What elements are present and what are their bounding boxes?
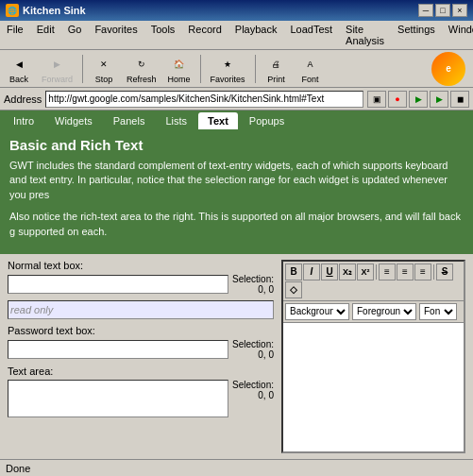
form-section: Normal text box: Selection: 0, 0 [0,254,473,459]
menu-loadtest[interactable]: LoadTest [287,23,335,47]
home-icon: 🏠 [169,54,190,75]
textarea-selection-info: Selection: 0, 0 [232,380,274,400]
refresh-icon: ↻ [131,54,152,75]
readonly-textbox [8,300,274,319]
normal-selection-info: Selection: 0, 0 [232,274,274,295]
rte-body[interactable] [283,323,464,451]
menu-go[interactable]: Go [65,23,85,47]
menu-favorites[interactable]: Favorites [92,23,140,47]
addr-btn-4[interactable]: ▶ [430,91,448,108]
refresh-button[interactable]: ↻ Refresh [123,52,160,86]
addr-btn-1[interactable]: ▣ [367,91,386,108]
menu-record[interactable]: Record [185,23,224,47]
address-bar: Address ▣ ● ▶ ▶ ◼ [0,88,473,110]
menu-bar: File Edit Go Favorites Tools Record Play… [0,21,473,50]
rte-foreground-select[interactable]: Foreground White Black Red Green Blue [352,303,416,320]
normal-textbox-row: Selection: 0, 0 [8,274,274,295]
rte-hr-button[interactable]: ◇ [285,281,302,298]
rte-toolbar-row1: B I U X₂ X² ≡ ≡ ≡ S ◇ [283,262,464,301]
password-textbox[interactable] [8,340,228,359]
textarea-group: Text area: Selection: 0, 0 [8,366,274,417]
content-para2: Also notice the rich-text area to the ri… [9,210,464,239]
maximize-button[interactable]: □ [435,4,450,17]
address-input[interactable] [45,91,363,108]
tab-intro[interactable]: Intro [4,112,43,129]
menu-siteanalysis[interactable]: Site Analysis [343,23,387,47]
rte-alignleft-button[interactable]: ≡ [379,264,396,280]
main-window: 🌐 Kitchen Sink ─ □ × File Edit Go Favori… [0,0,473,476]
sep3 [255,55,256,83]
close-button[interactable]: × [452,4,467,17]
password-selection-info: Selection: 0, 0 [232,339,274,360]
rte-alignright-button[interactable]: ≡ [414,264,431,280]
addr-btn-2[interactable]: ● [388,91,407,108]
rte-toolbar-row2: Background White Black Red Green Blue Fo… [283,301,464,323]
rich-text-editor: B I U X₂ X² ≡ ≡ ≡ S ◇ [281,260,465,453]
font-button[interactable]: A Font [296,52,326,86]
content-para1: GWT includes the standard complement of … [9,159,464,202]
menu-settings[interactable]: Settings [395,23,438,47]
app-icon: 🌐 [6,4,19,17]
menu-playback[interactable]: Playback [232,23,280,47]
rte-strikethrough-button[interactable]: S [436,264,453,280]
minimize-button[interactable]: ─ [418,4,433,17]
rte-superscript-button[interactable]: X² [357,264,374,280]
forward-icon: ▶ [47,54,68,75]
font-icon: A [300,54,321,75]
menu-file[interactable]: File [4,23,26,47]
rte-subscript-button[interactable]: X₂ [339,264,356,280]
normal-textbox-group: Normal text box: Selection: 0, 0 [8,260,274,295]
status-bar: Done [0,459,473,476]
password-textbox-group: Password text box: Selection: 0, 0 [8,325,274,360]
password-textbox-row: Selection: 0, 0 [8,339,274,360]
rte-bold-button[interactable]: B [285,264,302,280]
home-button[interactable]: 🏠 Home [164,52,194,86]
tab-navigation: Intro Widgets Panels Lists Text Popups [0,110,473,129]
rte-italic-button[interactable]: I [303,264,320,280]
title-bar-left: 🌐 Kitchen Sink [6,4,86,17]
tab-popups[interactable]: Popups [240,112,294,129]
page-content: Intro Widgets Panels Lists Text Popups B… [0,110,473,459]
textarea-field[interactable] [8,380,228,417]
stop-button[interactable]: ✕ Stop [89,52,119,86]
tab-widgets[interactable]: Widgets [45,112,102,129]
print-button[interactable]: 🖨 Print [262,52,292,86]
rte-sep1 [376,264,377,280]
browser-logo: e [431,52,465,86]
print-icon: 🖨 [266,54,287,75]
rte-background-select[interactable]: Background White Black Red Green Blue [285,303,349,320]
tab-panels[interactable]: Panels [104,112,155,129]
normal-textbox[interactable] [8,275,228,294]
form-left-column: Normal text box: Selection: 0, 0 [8,260,274,453]
window-controls: ─ □ × [418,4,467,17]
address-buttons: ▣ ● ▶ ▶ ◼ [367,91,469,108]
status-text: Done [6,463,30,474]
tab-lists[interactable]: Lists [156,112,196,129]
content-heading: Basic and Rich Text [9,137,464,153]
addr-btn-3[interactable]: ▶ [409,91,428,108]
back-icon: ◀ [8,54,29,75]
stop-icon: ✕ [93,54,114,75]
favorites-icon: ★ [217,54,238,75]
menu-tools[interactable]: Tools [148,23,178,47]
addr-btn-5[interactable]: ◼ [450,91,469,108]
rte-underline-button[interactable]: U [321,264,338,280]
two-column-layout: Normal text box: Selection: 0, 0 [8,260,465,453]
tab-text[interactable]: Text [198,112,238,129]
title-bar: 🌐 Kitchen Sink ─ □ × [0,0,473,21]
sep2 [200,55,201,83]
rte-font-select[interactable]: Fon Arial Times New Roman Courier New [419,303,457,320]
textarea-row: Selection: 0, 0 [8,380,274,417]
menu-edit[interactable]: Edit [34,23,58,47]
readonly-field-group [8,300,274,319]
window-title: Kitchen Sink [23,5,86,16]
address-label: Address [4,94,42,105]
forward-button[interactable]: ▶ Forward [38,52,76,86]
textarea-label: Text area: [8,366,274,377]
normal-textbox-label: Normal text box: [8,260,274,271]
favorites-button[interactable]: ★ Favorites [207,52,249,86]
rte-aligncenter-button[interactable]: ≡ [397,264,414,280]
back-button[interactable]: ◀ Back [4,52,34,86]
menu-window[interactable]: Window [446,23,473,47]
rte-sep2 [433,264,434,280]
